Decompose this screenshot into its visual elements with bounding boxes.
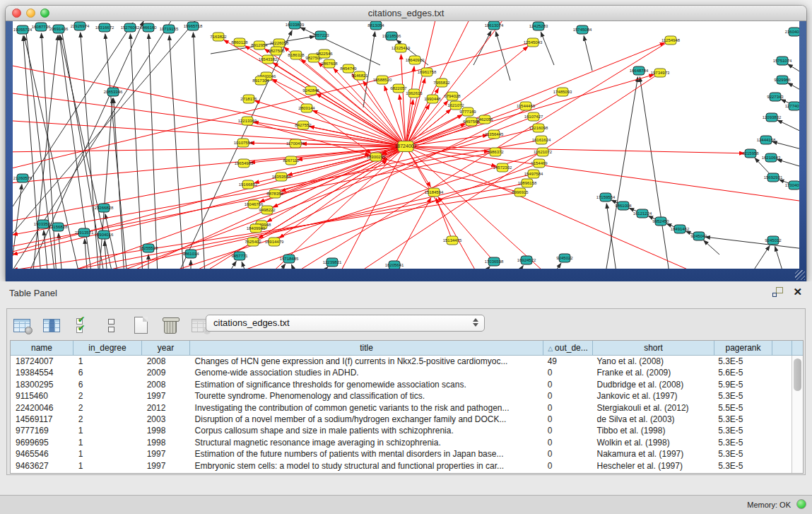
- graph-node[interactable]: 15276062: [121, 23, 140, 32]
- graph-node[interactable]: 16353584: [272, 173, 291, 181]
- table-settings-icon[interactable]: [11, 315, 33, 336]
- graph-node[interactable]: 16210643: [762, 153, 781, 162]
- graph-node[interactable]: 11544469: [517, 102, 536, 110]
- table-row[interactable]: 1830029562008Estimation of significance …: [11, 379, 791, 390]
- table-row[interactable]: 969969511998Structural magnetic resonanc…: [11, 437, 791, 448]
- table-row[interactable]: 2242004622012Investigating the contribut…: [11, 402, 791, 414]
- table-row[interactable]: 946362711997Embryonic stem cells: a mode…: [11, 460, 791, 472]
- graph-node[interactable]: 8996915: [512, 188, 529, 197]
- graph-node[interactable]: 20691406: [49, 25, 69, 33]
- float-panel-icon[interactable]: [772, 287, 783, 297]
- graph-node[interactable]: 10107554: [234, 139, 253, 147]
- graph-node[interactable]: 15751074: [773, 57, 792, 65]
- select-rows-check-icon[interactable]: ✔ ✔: [71, 315, 92, 336]
- graph-node[interactable]: 16924522: [517, 256, 536, 264]
- graph-node[interactable]: 6466160: [140, 23, 157, 32]
- graph-node[interactable]: 9861004: [615, 201, 632, 210]
- column-header-in_degree[interactable]: in_degree: [73, 341, 142, 356]
- graph-node[interactable]: 19218506: [382, 32, 401, 40]
- graph-node[interactable]: 7986372: [487, 148, 504, 156]
- graph-node[interactable]: 8215958: [742, 149, 759, 158]
- graph-node[interactable]: 21604012: [785, 28, 799, 36]
- graph-node[interactable]: 16205641: [385, 261, 404, 269]
- graph-node[interactable]: 19734973: [651, 69, 670, 77]
- table-row[interactable]: 946554611997Estimation of the future num…: [11, 448, 791, 460]
- close-panel-icon[interactable]: ✕: [793, 287, 802, 297]
- graph-node[interactable]: 15904016: [95, 230, 114, 239]
- column-header-name[interactable]: name: [11, 341, 73, 356]
- scrollbar-thumb[interactable]: [794, 358, 801, 391]
- graph-node[interactable]: 9146821: [351, 71, 368, 80]
- graph-node[interactable]: 9329966: [774, 76, 791, 84]
- graph-node[interactable]: 8454749: [340, 64, 357, 73]
- graph-node[interactable]: 15718485: [280, 255, 299, 263]
- graph-node[interactable]: 7857223: [312, 31, 329, 40]
- graph-node[interactable]: 9245012: [765, 236, 782, 245]
- graph-node[interactable]: 18316672: [95, 23, 114, 32]
- graph-node[interactable]: 9245022: [556, 254, 573, 262]
- graph-node[interactable]: 14572302: [493, 163, 512, 172]
- graph-node[interactable]: 13216098: [529, 124, 548, 132]
- graph-node[interactable]: 8813054: [367, 21, 384, 30]
- graph-node[interactable]: 6822057: [390, 84, 407, 93]
- graph-node[interactable]: 21926974: [71, 22, 90, 30]
- graph-node[interactable]: 7955812: [433, 78, 450, 87]
- graph-node[interactable]: 2718176: [240, 95, 257, 103]
- graph-node[interactable]: 2803144: [298, 104, 315, 112]
- table-select-dropdown[interactable]: citations_edges.txt: [206, 315, 485, 332]
- unselect-rows-icon[interactable]: [100, 315, 122, 336]
- graph-node[interactable]: 8860128: [231, 38, 248, 47]
- graph-node[interactable]: 18255528: [139, 244, 158, 252]
- graph-node[interactable]: 17036598: [485, 257, 504, 266]
- graph-node[interactable]: 15134475: [443, 236, 462, 245]
- graph-node[interactable]: 11254948: [661, 36, 681, 45]
- graph-node[interactable]: 9777169: [459, 107, 476, 116]
- graph-node[interactable]: 9952450: [652, 217, 669, 226]
- graph-node[interactable]: 22226058: [270, 39, 289, 47]
- graph-node[interactable]: 12545043: [524, 38, 543, 47]
- graph-node[interactable]: 7625402: [245, 238, 261, 246]
- graph-node[interactable]: 9245042: [690, 232, 707, 240]
- graph-node[interactable]: 16648784: [630, 66, 649, 75]
- table-row[interactable]: 977716911998Corpus callosum shape and si…: [11, 425, 791, 436]
- graph-node[interactable]: 19055724: [13, 25, 33, 34]
- table-columns-icon[interactable]: [41, 315, 62, 336]
- graph-node[interactable]: 16087736: [32, 23, 51, 31]
- graph-node[interactable]: 9457771: [231, 252, 248, 260]
- graph-node[interactable]: 9861014: [182, 250, 199, 258]
- graph-node[interactable]: 8912954: [251, 41, 268, 49]
- graph-node[interactable]: 16107427: [524, 112, 543, 121]
- graph-node[interactable]: 1621072: [447, 101, 464, 110]
- graph-node[interactable]: 16961758: [418, 68, 437, 76]
- graph-node[interactable]: 20853346: [104, 88, 123, 96]
- window-titlebar[interactable]: citations_edges.txt: [6, 6, 806, 21]
- table-row[interactable]: 1456911722003Disruption of a novel membe…: [11, 414, 791, 425]
- column-header-out_degree[interactable]: △out_de...: [543, 341, 593, 356]
- column-header-year[interactable]: year: [142, 341, 190, 356]
- graph-node[interactable]: 9154469: [531, 159, 548, 168]
- graph-node[interactable]: 19965718: [184, 22, 203, 30]
- new-table-icon[interactable]: [130, 315, 151, 336]
- graph-node[interactable]: 10896158: [518, 179, 537, 187]
- graph-node[interactable]: 8878354: [266, 189, 283, 198]
- delete-rows-trash-icon[interactable]: [160, 315, 181, 336]
- graph-node[interactable]: 7163822: [210, 33, 227, 41]
- graph-node[interactable]: 8186328: [288, 51, 305, 59]
- graph-node[interactable]: 16161624: [532, 136, 551, 144]
- graph-node[interactable]: 12444158: [757, 136, 776, 144]
- graph-node[interactable]: 19654985: [235, 159, 254, 168]
- graph-node[interactable]: 11700476: [286, 139, 305, 148]
- graph-node[interactable]: 15745084: [573, 25, 592, 34]
- window-resize-grip[interactable]: [795, 270, 805, 280]
- graph-node[interactable]: 1990448: [424, 95, 441, 103]
- graph-node[interactable]: 9822546: [316, 49, 333, 58]
- graph-node[interactable]: 9827505: [268, 47, 285, 55]
- vertical-scrollbar[interactable]: [792, 356, 803, 473]
- column-header-filler[interactable]: [772, 341, 792, 356]
- graph-node[interactable]: 6794028: [444, 92, 461, 100]
- graph-node[interactable]: 8427552: [295, 121, 312, 129]
- graph-node[interactable]: 15692931: [764, 173, 783, 182]
- column-header-short[interactable]: short: [593, 341, 714, 356]
- graph-node[interactable]: 19166852: [239, 180, 258, 189]
- graph-node[interactable]: 12425283: [529, 22, 548, 30]
